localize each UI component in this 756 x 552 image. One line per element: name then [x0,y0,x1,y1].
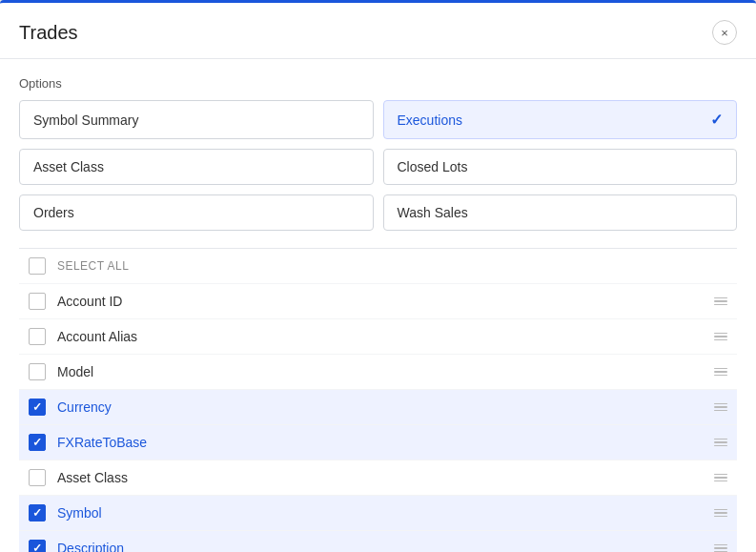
modal-body: Options Symbol Summary Executions ✓ Asse… [0,59,756,552]
drag-handle[interactable] [710,437,731,449]
check-icon: ✓ [710,111,723,129]
symbol-checkbox[interactable] [29,504,46,521]
fxratetobase-checkbox[interactable] [29,434,46,451]
drag-handle[interactable] [710,542,731,552]
asset-class-col-checkbox[interactable] [29,469,46,486]
account-alias-checkbox[interactable] [29,328,46,345]
select-all-row[interactable]: SELECT ALL [19,249,737,284]
option-orders[interactable]: Orders [19,194,374,231]
option-symbol-summary[interactable]: Symbol Summary [19,100,374,139]
drag-handle[interactable] [710,507,731,520]
asset-class-col-label: Asset Class [57,470,699,485]
column-row: Currency [19,390,737,425]
column-list: SELECT ALL Account ID Account Alias Mode… [19,249,737,552]
account-id-label: Account ID [57,294,699,309]
option-asset-class[interactable]: Asset Class [19,149,374,185]
options-label: Options [19,76,737,91]
option-wash-sales[interactable]: Wash Sales [383,194,738,231]
description-checkbox[interactable] [29,540,46,552]
drag-handle[interactable] [710,366,731,378]
column-row: FXRateToBase [19,425,737,460]
drag-handle[interactable] [710,296,731,308]
currency-label: Currency [57,399,699,415]
column-row: Account ID [19,284,737,319]
select-all-label: SELECT ALL [57,259,731,273]
account-id-checkbox[interactable] [29,293,46,310]
drag-handle[interactable] [710,401,731,414]
fxratetobase-label: FXRateToBase [57,435,699,450]
drag-handle[interactable] [710,331,731,343]
column-row: Asset Class [19,460,737,496]
account-alias-label: Account Alias [57,329,699,344]
column-row: Account Alias [19,319,737,355]
currency-checkbox[interactable] [29,399,46,416]
close-button[interactable]: × [712,20,737,45]
option-closed-lots[interactable]: Closed Lots [383,149,738,185]
description-label: Description [57,541,699,552]
column-row: Symbol [19,496,737,531]
modal-header: Trades × [0,3,756,59]
select-all-checkbox[interactable] [29,257,46,275]
model-checkbox[interactable] [29,363,46,380]
modal-title: Trades [19,22,78,44]
column-row: Description [19,531,737,552]
model-label: Model [57,364,699,379]
drag-handle[interactable] [710,472,731,484]
column-row: Model [19,355,737,390]
option-executions[interactable]: Executions ✓ [383,100,738,139]
symbol-label: Symbol [57,505,699,521]
options-grid: Symbol Summary Executions ✓ Asset Class … [19,100,737,231]
trades-modal: Trades × Options Symbol Summary Executio… [0,0,756,552]
